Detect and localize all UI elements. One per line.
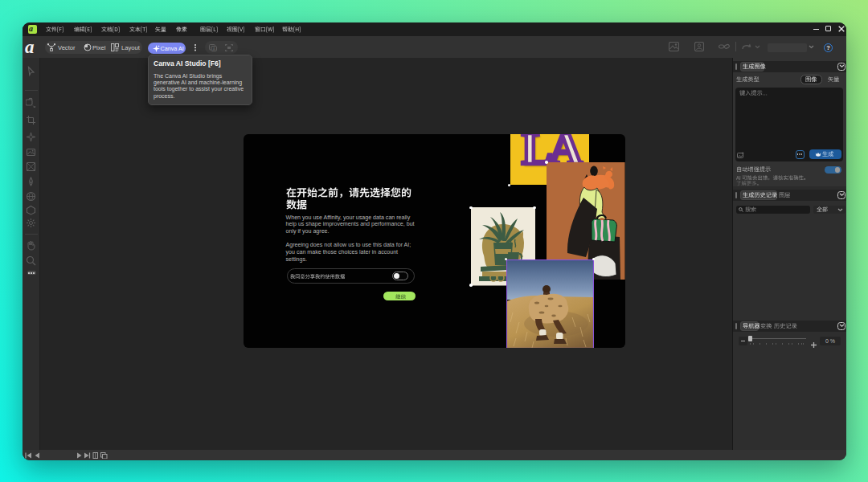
svg-text:A: A bbox=[213, 46, 216, 51]
